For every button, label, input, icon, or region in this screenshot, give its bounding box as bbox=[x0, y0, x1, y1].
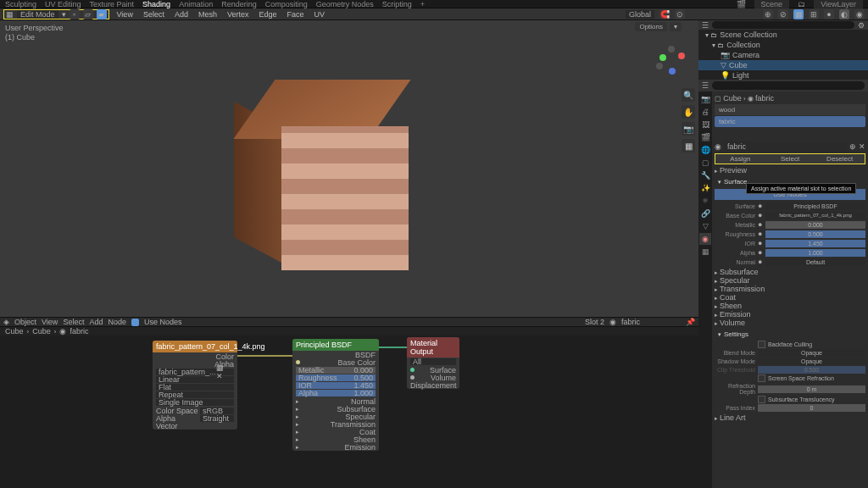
menu-face[interactable]: Face bbox=[287, 10, 303, 19]
tab-physics-icon[interactable]: ⚛ bbox=[699, 195, 711, 207]
menu-view2[interactable]: View bbox=[42, 318, 58, 326]
camera-view-icon[interactable]: 📷 bbox=[682, 122, 695, 136]
socket-displacement-in[interactable]: Displacement bbox=[410, 381, 457, 390]
axis-z-icon[interactable] bbox=[669, 68, 676, 75]
bc-mesh[interactable]: Cube bbox=[32, 327, 51, 336]
proportional-edit-icon[interactable]: ⊙ bbox=[675, 9, 685, 19]
basecolor-link[interactable]: fabric_pattern_07_col_1_4k.png bbox=[765, 212, 865, 219]
menu-uv[interactable]: UV bbox=[314, 10, 326, 19]
3d-viewport[interactable]: User Perspective (1) Cube Options ▾ 🔍 bbox=[0, 20, 698, 317]
normal-dropdown[interactable]: Default bbox=[765, 258, 865, 266]
tab-world-icon[interactable]: 🌐 bbox=[699, 144, 711, 156]
lineart-section[interactable]: Line Art bbox=[715, 413, 865, 422]
face-select-icon[interactable]: ▰ bbox=[97, 9, 107, 19]
xray-icon[interactable]: ▦ bbox=[793, 9, 804, 19]
properties-search[interactable] bbox=[712, 81, 865, 90]
menu-view[interactable]: View bbox=[117, 10, 133, 19]
tab-mesh-icon[interactable]: ▽ bbox=[699, 220, 711, 232]
menu-node[interactable]: Node bbox=[108, 318, 126, 326]
menu-add[interactable]: Add bbox=[175, 10, 188, 19]
emission-section[interactable]: Emission bbox=[715, 310, 865, 319]
colorspace-dropdown[interactable]: sRGB bbox=[200, 408, 234, 414]
filter-icon[interactable]: ⚙ bbox=[858, 21, 865, 30]
tab-shading[interactable]: Shading bbox=[142, 0, 170, 8]
use-nodes-checkbox[interactable] bbox=[131, 319, 139, 326]
material-name-field[interactable]: fabric bbox=[724, 141, 847, 152]
socket-vector-in[interactable]: Vector bbox=[156, 422, 178, 430]
tab-texture-icon[interactable]: ▦ bbox=[699, 246, 711, 258]
tab-geometry-nodes[interactable]: Geometry Nodes bbox=[316, 0, 374, 8]
chevron-down-icon[interactable]: ▾ bbox=[670, 22, 682, 31]
ior-slider[interactable]: IOR1.450 bbox=[296, 382, 376, 389]
settings-section-header[interactable]: Settings bbox=[715, 329, 865, 340]
pin-icon[interactable]: 📌 bbox=[686, 318, 695, 326]
perspective-toggle-icon[interactable]: ▦ bbox=[682, 139, 695, 152]
ssr-checkbox[interactable] bbox=[758, 374, 765, 382]
specular-section[interactable]: Specular bbox=[715, 276, 865, 285]
socket-basecolor-in[interactable] bbox=[296, 360, 300, 364]
options-dropdown[interactable]: Options bbox=[635, 22, 667, 31]
editor-type-icon[interactable]: ◈ bbox=[3, 318, 9, 326]
clipthresh-field[interactable]: 0.500 bbox=[758, 366, 865, 374]
outliner-scene-collection[interactable]: ▾ 🗀 Scene Collection bbox=[698, 30, 868, 40]
outliner-item-camera[interactable]: 📷 Camera bbox=[698, 50, 868, 60]
deselect-button[interactable]: Deselect bbox=[815, 154, 865, 164]
vertex-select-icon[interactable]: ▫ bbox=[70, 9, 80, 19]
move-view-icon[interactable]: ✋ bbox=[682, 105, 695, 119]
metallic-field[interactable]: 0.000 bbox=[765, 221, 865, 229]
principled-bsdf-node[interactable]: Principled BSDF BSDF Base Color Metallic… bbox=[292, 339, 379, 451]
shadowmode-dropdown[interactable]: Opaque bbox=[758, 358, 865, 365]
mode-dropdown[interactable]: Edit Mode bbox=[17, 10, 58, 19]
select-button[interactable]: Select bbox=[765, 154, 815, 164]
group-emission[interactable]: Emission bbox=[292, 443, 379, 451]
menu-edge[interactable]: Edge bbox=[259, 10, 276, 19]
material-slot-fabric[interactable]: fabric bbox=[715, 116, 865, 127]
gizmo-toggle-icon[interactable]: ⊕ bbox=[763, 9, 773, 19]
slot-dropdown[interactable]: Slot 2 bbox=[585, 318, 604, 326]
menu-select[interactable]: Select bbox=[143, 10, 164, 19]
alpha-field[interactable]: 1.000 bbox=[765, 249, 865, 257]
object-mode-pill[interactable]: Object bbox=[14, 318, 36, 326]
properties-type-icon[interactable]: ☰ bbox=[702, 81, 709, 90]
menu-mesh[interactable]: Mesh bbox=[198, 10, 217, 19]
tab-texture-paint[interactable]: Texture Paint bbox=[90, 0, 135, 8]
coat-section[interactable]: Coat bbox=[715, 293, 865, 302]
outliner-type-icon[interactable]: ☰ bbox=[702, 21, 709, 30]
surface-dropdown[interactable]: Principled BSDF bbox=[765, 202, 865, 210]
new-material-icon[interactable]: ⊕ bbox=[849, 142, 856, 151]
tab-scripting[interactable]: Scripting bbox=[382, 0, 412, 8]
tab-material-icon[interactable]: ◉ bbox=[699, 233, 711, 245]
shading-rendered-icon[interactable]: ◉ bbox=[854, 9, 865, 19]
projection-dropdown[interactable]: Flat bbox=[156, 384, 234, 391]
node-editor[interactable]: fabric_pattern_07_col_1_4k.png Color Alp… bbox=[0, 336, 698, 488]
tab-sculpting[interactable]: Sculpting bbox=[5, 0, 36, 8]
tab-particles-icon[interactable]: ✨ bbox=[699, 182, 711, 194]
tab-output-icon[interactable]: 🖨 bbox=[699, 106, 711, 118]
tab-render-icon[interactable]: 📷 bbox=[699, 93, 711, 105]
transmission-section[interactable]: Transmission bbox=[715, 285, 865, 293]
image-texture-node[interactable]: fabric_pattern_07_col_1_4k.png Color Alp… bbox=[153, 341, 237, 430]
menu-add2[interactable]: Add bbox=[89, 318, 103, 326]
target-dropdown[interactable]: All bbox=[410, 358, 456, 365]
nav-gizmo[interactable] bbox=[656, 46, 687, 76]
ior-field[interactable]: 1.450 bbox=[765, 240, 865, 247]
outliner-item-cube[interactable]: ▽ Cube bbox=[698, 60, 868, 70]
passindex-field[interactable]: 0 bbox=[758, 404, 865, 412]
tab-modifiers-icon[interactable]: 🔧 bbox=[699, 169, 711, 181]
bc-material[interactable]: fabric bbox=[70, 327, 88, 336]
zoom-icon[interactable]: 🔍 bbox=[682, 88, 695, 102]
backface-culling-checkbox[interactable] bbox=[758, 341, 765, 348]
viewlayer-dropdown[interactable]: ViewLayer bbox=[814, 0, 863, 8]
axis-x-icon[interactable] bbox=[678, 53, 685, 59]
source-dropdown[interactable]: Single Image bbox=[156, 399, 234, 406]
outliner-collection[interactable]: ▾ 🗀 Collection bbox=[698, 40, 868, 50]
preview-section[interactable]: Preview bbox=[715, 166, 865, 175]
scene-dropdown[interactable]: Scene bbox=[754, 0, 790, 8]
unlink-material-icon[interactable]: ✕ bbox=[859, 142, 865, 151]
material-output-node[interactable]: Material Output All Surface Volume Displ… bbox=[407, 337, 459, 389]
shading-wireframe-icon[interactable]: ⊞ bbox=[809, 9, 819, 19]
tab-viewlayer-icon[interactable]: 🖼 bbox=[699, 119, 711, 130]
overlay-toggle-icon[interactable]: ⊘ bbox=[778, 9, 788, 19]
blendmode-dropdown[interactable]: Opaque bbox=[758, 349, 865, 357]
sst-checkbox[interactable] bbox=[758, 396, 765, 403]
